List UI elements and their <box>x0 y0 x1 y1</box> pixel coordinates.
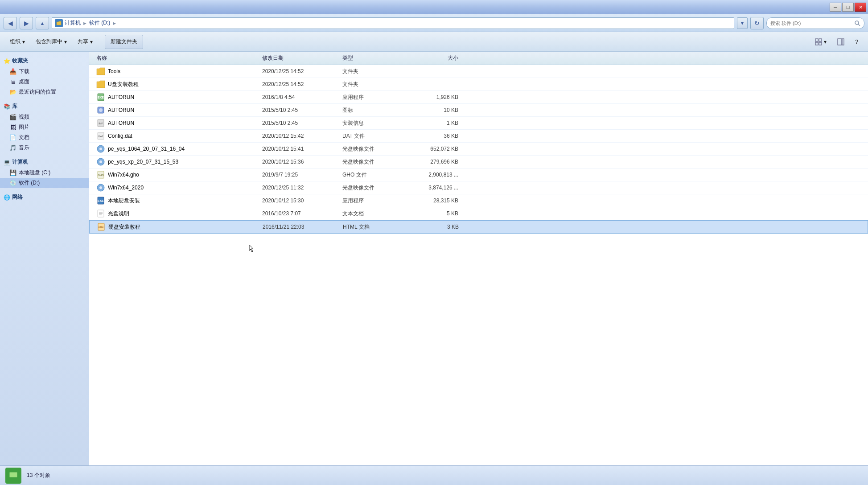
refresh-button[interactable]: ↻ <box>750 17 764 29</box>
table-row[interactable]: Win7x64_2020 2020/12/25 11:32 光盘映像文件 3,8… <box>89 181 868 194</box>
sidebar-item-music[interactable]: 🎵 音乐 <box>0 143 89 153</box>
file-name-cell: INF AUTORUN <box>93 119 262 127</box>
sidebar-header-computer[interactable]: 💻 计算机 <box>0 156 89 168</box>
address-dropdown-button[interactable]: ▾ <box>737 17 748 29</box>
file-size: 3 KB <box>405 224 459 230</box>
include-library-label: 包含到库中 <box>36 38 62 45</box>
table-row[interactable]: pe_yqs_xp_20_07_31_15_53 2020/10/12 15:3… <box>89 156 868 169</box>
include-library-button[interactable]: 包含到库中 ▾ <box>31 35 71 49</box>
view-options-button[interactable]: ▾ <box>810 35 831 49</box>
status-icon <box>5 468 21 484</box>
preview-pane-button[interactable] <box>833 35 849 49</box>
table-row[interactable]: U盘安装教程 2020/12/25 14:52 文件夹 <box>89 78 868 91</box>
svg-rect-34 <box>11 479 16 480</box>
breadcrumb-computer[interactable]: 计算机 <box>65 19 81 27</box>
table-row[interactable]: pe_yqs_1064_20_07_31_16_04 2020/10/12 15… <box>89 143 868 156</box>
file-type: GHO 文件 <box>342 171 405 179</box>
sidebar-item-recent[interactable]: 📂 最近访问的位置 <box>0 87 89 97</box>
svg-point-19 <box>99 160 102 163</box>
sidebar-item-local-c[interactable]: 💾 本地磁盘 (C:) <box>0 168 89 178</box>
table-row[interactable]: DAT Config.dat 2020/10/12 15:42 DAT 文件 3… <box>89 130 868 143</box>
new-folder-button[interactable]: 新建文件夹 <box>105 35 143 49</box>
status-count: 13 个对象 <box>27 472 50 479</box>
table-row[interactable]: GHO Win7x64.gho 2019/9/7 19:25 GHO 文件 2,… <box>89 169 868 181</box>
column-header-type[interactable]: 类型 <box>342 54 405 62</box>
svg-text:DAT: DAT <box>98 135 103 138</box>
file-type: 光盘映像文件 <box>342 145 405 153</box>
file-date: 2020/10/12 15:42 <box>262 133 342 139</box>
file-size: 10 KB <box>405 107 458 113</box>
file-name: 硬盘安装教程 <box>108 223 140 231</box>
file-name-cell: EXE 本地硬盘安装 <box>93 196 262 205</box>
documents-label: 文档 <box>19 134 29 141</box>
local-c-label: 本地磁盘 (C:) <box>19 169 50 177</box>
file-size: 279,696 KB <box>405 159 458 165</box>
favorites-label: 收藏夹 <box>12 57 28 65</box>
breadcrumb-drive[interactable]: 软件 (D:) <box>89 19 110 27</box>
forward-button[interactable]: ▶ <box>20 17 33 29</box>
organize-label: 组织 <box>10 38 21 45</box>
file-name: 光盘说明 <box>108 210 129 218</box>
file-type: 文件夹 <box>342 81 405 88</box>
sidebar-header-favorites[interactable]: ⭐ 收藏夹 <box>0 55 89 66</box>
breadcrumb-separator-2: ► <box>112 21 117 26</box>
close-button[interactable]: ✕ <box>855 3 866 12</box>
up-button[interactable]: ▲ <box>36 17 49 29</box>
minimize-button[interactable]: ─ <box>830 3 841 12</box>
sidebar: ⭐ 收藏夹 📥 下载 🖥 桌面 📂 最近访问的位置 📚 库 <box>0 52 89 465</box>
file-type: HTML 文档 <box>343 223 405 231</box>
organize-dropdown-icon: ▾ <box>22 39 25 45</box>
computer-section-icon: 💻 <box>4 159 10 165</box>
status-computer-icon <box>8 470 19 481</box>
table-row[interactable]: EXE 本地硬盘安装 2020/10/12 15:30 应用程序 28,315 … <box>89 194 868 207</box>
back-button[interactable]: ◀ <box>4 17 17 29</box>
table-row[interactable]: INF AUTORUN 2015/5/10 2:45 安装信息 1 KB <box>89 117 868 130</box>
table-row[interactable]: Tools 2020/12/25 14:52 文件夹 <box>89 65 868 78</box>
sidebar-item-documents[interactable]: 📄 文档 <box>0 132 89 143</box>
share-button[interactable]: 共享 ▾ <box>73 35 97 49</box>
maximize-button[interactable]: □ <box>842 3 854 12</box>
desktop-icon: 🖥 <box>9 78 17 86</box>
file-type-icon: DAT <box>96 132 105 140</box>
library-icon: 📚 <box>4 103 10 110</box>
file-type: 安装信息 <box>342 119 405 127</box>
file-name-cell: EXE AUTORUN <box>93 93 262 102</box>
svg-text:GHO: GHO <box>98 174 104 177</box>
file-size: 5 KB <box>405 210 458 217</box>
sidebar-item-downloads[interactable]: 📥 下载 <box>0 66 89 77</box>
table-row[interactable]: HTML 硬盘安装教程 2016/11/21 22:03 HTML 文档 3 K… <box>89 220 868 234</box>
organize-button[interactable]: 组织 ▾ <box>5 35 29 49</box>
svg-rect-5 <box>819 42 822 45</box>
sidebar-header-network[interactable]: 🌐 网络 <box>0 192 89 203</box>
sidebar-item-pictures[interactable]: 🖼 图片 <box>0 122 89 132</box>
sidebar-header-library[interactable]: 📚 库 <box>0 101 89 112</box>
file-type: 应用程序 <box>342 197 405 205</box>
help-label: ? <box>855 39 858 45</box>
share-label: 共享 <box>78 38 88 45</box>
column-header-size[interactable]: 大小 <box>405 54 458 62</box>
file-type-icon <box>96 80 105 89</box>
file-name: 本地硬盘安装 <box>108 197 140 205</box>
svg-point-17 <box>99 148 102 150</box>
column-header-date[interactable]: 修改日期 <box>262 54 342 62</box>
svg-text:EXE: EXE <box>98 96 104 99</box>
help-button[interactable]: ? <box>851 35 863 49</box>
file-name-cell: AUTORUN <box>93 106 262 115</box>
column-header-name[interactable]: 名称 <box>93 54 262 62</box>
table-row[interactable]: AUTORUN 2015/5/10 2:45 图标 10 KB <box>89 104 868 117</box>
sidebar-item-video[interactable]: 🎬 视频 <box>0 112 89 122</box>
local-c-icon: 💾 <box>9 169 17 177</box>
file-name: AUTORUN <box>108 120 134 126</box>
table-row[interactable]: EXE AUTORUN 2016/1/8 4:54 应用程序 1,926 KB <box>89 91 868 104</box>
sidebar-item-desktop[interactable]: 🖥 桌面 <box>0 77 89 87</box>
sidebar-section-computer: 💻 计算机 💾 本地磁盘 (C:) 💿 软件 (D:) <box>0 156 89 188</box>
file-type-icon: EXE <box>96 93 105 102</box>
svg-rect-3 <box>819 39 822 41</box>
sidebar-item-local-d[interactable]: 💿 软件 (D:) <box>0 178 89 188</box>
view-dropdown-icon: ▾ <box>824 39 827 45</box>
svg-text:INF: INF <box>99 122 103 125</box>
search-icon <box>854 20 860 26</box>
file-name-cell: pe_yqs_1064_20_07_31_16_04 <box>93 144 262 153</box>
table-row[interactable]: 光盘说明 2016/10/23 7:07 文本文档 5 KB <box>89 207 868 220</box>
search-input[interactable] <box>770 21 852 26</box>
